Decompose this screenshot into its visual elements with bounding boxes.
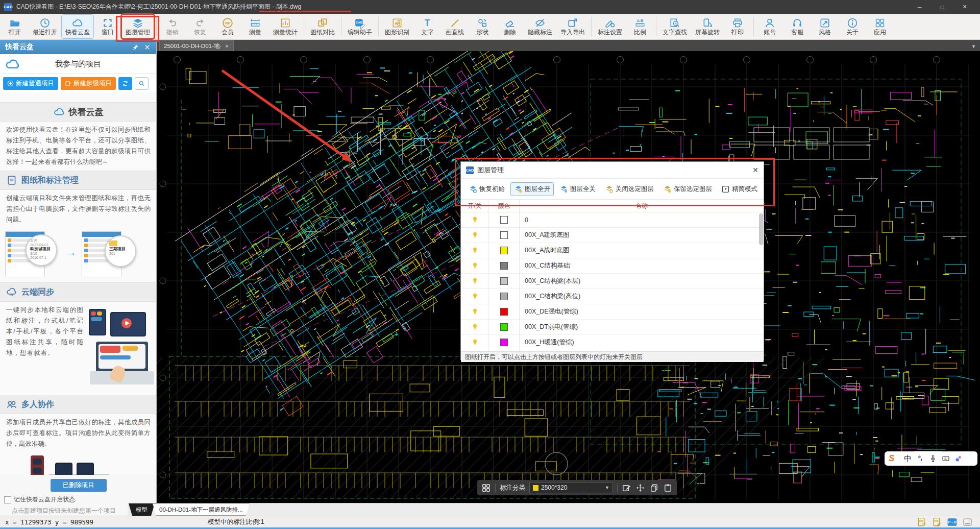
toolbar-item-eye-off[interactable]: 隐藏标注 (524, 14, 556, 39)
sidebar-header: 快看云盘 (0, 40, 156, 54)
pdf-to-dwg-icon[interactable]: P→D (947, 517, 958, 527)
maximize-button[interactable]: □ (931, 0, 953, 14)
minimize-button[interactable]: ─ (909, 0, 931, 14)
category-select[interactable]: 2500*320 ▼ (529, 482, 613, 493)
keyboard-icon[interactable] (942, 454, 950, 463)
toolbar-item-cad-edit[interactable]: CAD编辑助手 (344, 14, 376, 39)
dialog-button-layers-on[interactable]: 图层全开 (510, 182, 554, 196)
layer-row[interactable]: 00X_C结构梁(高位) (461, 289, 764, 304)
layer-row[interactable]: 0 (461, 212, 764, 228)
toolbar-item-measure[interactable]: 测量 (241, 14, 269, 39)
toolbar-item-find-text[interactable]: A文字查找 (658, 14, 691, 39)
sogou-logo-icon[interactable] (954, 454, 963, 463)
ime-language-toggle[interactable]: 中 (904, 454, 912, 464)
toolbar-item-headset[interactable]: 客服 (783, 14, 811, 39)
pin-icon[interactable] (132, 43, 139, 51)
dialog-close-icon[interactable]: ✕ (752, 166, 758, 174)
drawing-tab[interactable]: 25001-00-DH-D01-地· ✕ (159, 40, 234, 51)
toolbar-item-vip[interactable]: VIP会员 (214, 14, 241, 39)
pdf-export-icon[interactable]: PDF (916, 517, 927, 527)
pdf-open-icon[interactable]: PDF (932, 517, 942, 527)
category-grid-icon[interactable] (481, 483, 491, 493)
toolbar-item-shapes[interactable]: 形状 (469, 14, 496, 39)
toolbar-item-apps[interactable]: 应用 (866, 14, 894, 39)
close-button[interactable]: ✕ (953, 0, 976, 14)
toolbar-item-printer[interactable]: 打印 (724, 14, 751, 39)
tab-list-caret-icon[interactable]: ▼ (971, 44, 980, 51)
layer-row[interactable]: 00X_DE强电(管综) (461, 304, 764, 320)
panel-minimize-icon[interactable] (962, 517, 973, 527)
layer-color-swatch[interactable] (500, 262, 508, 270)
copy-icon[interactable] (649, 483, 659, 493)
layer-color-swatch[interactable] (500, 277, 508, 285)
layer-row[interactable] (461, 350, 764, 351)
cad-canvas-area[interactable]: CAD 图层管理 ✕ 恢复初始图层全开图层全关关闭选定图层保留选定图层精简模式 … (157, 51, 980, 503)
svg-text:PDF: PDF (934, 519, 939, 522)
toolbar-item-compare[interactable]: 图纸对比 (306, 14, 339, 39)
layer-bulb-icon[interactable] (471, 247, 479, 254)
checkbox[interactable] (4, 496, 11, 503)
layer-color-swatch[interactable] (500, 231, 508, 239)
sogou-icon[interactable]: S (889, 453, 894, 464)
layer-row[interactable]: 00X_A建筑底图 (461, 228, 764, 243)
layer-bulb-icon[interactable] (471, 308, 479, 316)
dialog-button-compact-mode[interactable]: 精简模式 (718, 182, 761, 196)
layer-bulb-icon[interactable] (471, 277, 479, 285)
toolbar-item-measure-stats[interactable]: 测量统计 (269, 14, 302, 39)
move-icon[interactable] (635, 483, 645, 493)
search-button[interactable] (135, 77, 149, 90)
layer-color-swatch[interactable] (500, 308, 508, 316)
toolbar-item-text[interactable]: T文字 (413, 14, 441, 39)
layer-bulb-icon[interactable] (471, 339, 479, 346)
layer-color-swatch[interactable] (500, 247, 508, 254)
close-icon[interactable] (143, 43, 151, 51)
punctuation-icon[interactable] (916, 454, 924, 463)
toolbar-item-recognize[interactable]: 图形识别 (381, 14, 413, 39)
layer-color-swatch[interactable] (500, 216, 508, 224)
toolbar-item-rotate-screen[interactable]: 屏幕旋转 (691, 14, 724, 39)
tab-close-icon[interactable]: ✕ (225, 43, 229, 49)
dialog-button-layers-close-sel[interactable]: 关闭选定图层 (601, 182, 657, 196)
tab-model[interactable]: 模型 (129, 503, 155, 516)
layer-row[interactable]: 00X_DT弱电(管综) (461, 320, 764, 335)
layer-list-scrollbar[interactable] (759, 213, 763, 245)
microphone-icon[interactable] (929, 454, 937, 463)
toolbar-item-import-export[interactable]: 导入导出 (556, 14, 589, 39)
layer-color-swatch[interactable] (500, 293, 508, 300)
layer-bulb-icon[interactable] (471, 216, 479, 224)
layer-color-swatch[interactable] (500, 323, 508, 331)
toolbar-item-style[interactable]: 风格 (811, 14, 839, 39)
sync-button[interactable] (118, 77, 132, 90)
toolbar-item-person[interactable]: 账号 (756, 14, 783, 39)
toolbar-item-line[interactable]: 画直线 (441, 14, 469, 39)
toolbar-item-info[interactable]: 关于 (839, 14, 866, 39)
dialog-button-layers-reset[interactable]: 恢复初始 (465, 182, 508, 196)
dialog-title-bar[interactable]: CAD 图层管理 ✕ (461, 162, 764, 179)
category-label: 标注分类 (500, 484, 525, 492)
new-super-project-button[interactable]: 新建超级项目 (61, 77, 116, 90)
toolbar-item-layers[interactable]: 图层管理 (121, 14, 154, 39)
toolbar-item-annot-settings[interactable]: 标注设置 (594, 14, 626, 39)
layer-row[interactable]: 00X_H暖通(管综) (461, 335, 764, 350)
toolbar-item-cloud[interactable]: 快看云盘 (61, 14, 94, 39)
layer-color-swatch[interactable] (500, 339, 508, 346)
new-project-button[interactable]: 新建普通项目 (3, 77, 58, 90)
layer-bulb-icon[interactable] (471, 323, 479, 331)
toolbar-item-window[interactable]: 窗口 (94, 14, 121, 39)
layer-row[interactable]: 00X_C结构梁(本层) (461, 274, 764, 289)
toolbar-item-eraser[interactable]: 删除 (496, 14, 524, 39)
dialog-button-layers-keep-sel[interactable]: 保留选定图层 (659, 182, 716, 196)
layer-bulb-icon[interactable] (471, 293, 479, 300)
paste-icon[interactable] (663, 483, 673, 493)
toolbar-item-clock[interactable]: 最近打开 (29, 14, 61, 39)
deleted-projects-button[interactable]: 已删除项目 (51, 479, 107, 492)
toolbar-item-scale[interactable]: A:B比例 (626, 14, 654, 39)
layer-bulb-icon[interactable] (471, 231, 479, 239)
tab-layout-drawing[interactable]: 00-DH-D01-地下一层通风防排... (153, 503, 250, 516)
layer-bulb-icon[interactable] (471, 262, 479, 270)
dialog-button-layers-off[interactable]: 图层全关 (556, 182, 599, 196)
toolbar-item-folder-open[interactable]: 打开 (1, 14, 29, 39)
layer-row[interactable]: 00X_A战时底图 (461, 243, 764, 258)
edit-annotation-icon[interactable] (622, 483, 631, 493)
layer-row[interactable]: 00X_C结构基础 (461, 258, 764, 274)
